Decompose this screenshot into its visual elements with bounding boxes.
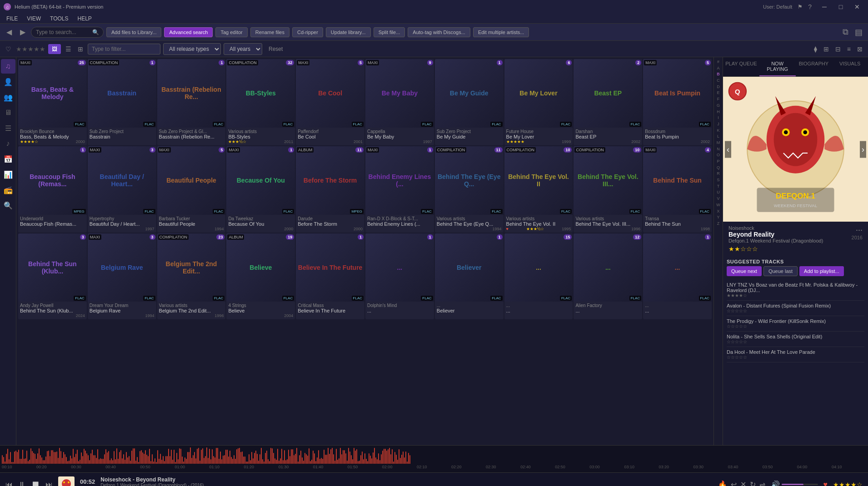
album-item[interactable]: BB-Styles COMPILATION 32 FLAC Various ar… bbox=[226, 59, 295, 145]
album-item[interactable]: Believe In The Future 1 FLAC Critical Ma… bbox=[296, 233, 364, 320]
alpha-letter-s[interactable]: S bbox=[717, 177, 719, 183]
minimize-button[interactable]: ─ bbox=[817, 2, 832, 11]
alpha-letter-a[interactable]: A bbox=[717, 65, 719, 72]
alpha-letter-l[interactable]: L bbox=[717, 134, 719, 140]
queue-next-button[interactable]: Queue next bbox=[727, 266, 762, 276]
details-view-icon[interactable]: ⊠ bbox=[855, 44, 864, 55]
alpha-letter-v[interactable]: V bbox=[717, 196, 719, 202]
year-filter[interactable]: All years bbox=[224, 43, 262, 55]
sidebar-icon-radio[interactable]: 📻 bbox=[1, 183, 15, 197]
shuffle-button[interactable]: ⇌ bbox=[759, 480, 765, 486]
add-to-playlist-button[interactable]: Add to playlist... bbox=[799, 266, 844, 276]
help-icon[interactable]: ? bbox=[808, 3, 812, 10]
album-item[interactable]: Because Of You MAXI 1 FLAC Da Tweekaz Be… bbox=[226, 146, 295, 233]
fire-icon[interactable]: 🔥 bbox=[718, 480, 727, 486]
alpha-letter-z[interactable]: Z bbox=[717, 221, 720, 227]
reset-filter-button[interactable]: Reset bbox=[265, 44, 286, 54]
album-art-next-button[interactable]: › bbox=[860, 141, 866, 158]
album-item[interactable]: Behind The Sun (Klub... 3 FLAC Andy Jay … bbox=[18, 233, 87, 320]
grid-view-icon[interactable]: ⊞ bbox=[822, 44, 831, 55]
sidebar-icon-group[interactable]: 👥 bbox=[1, 90, 15, 104]
alpha-letter-#[interactable]: # bbox=[717, 59, 719, 65]
album-item[interactable]: Beat Is Pumpin MAXI 5 FLAC Bossdrum Beat… bbox=[643, 59, 712, 145]
album-item[interactable]: Behind Enemy Lines (... MAXI 1 FLAC Ran-… bbox=[365, 146, 434, 233]
sidebar-icon-person[interactable]: 👤 bbox=[1, 74, 15, 89]
image-view-button[interactable]: 🖼 bbox=[48, 44, 61, 54]
layout-button[interactable]: ▤ bbox=[853, 25, 864, 39]
stop-button[interactable]: ⏸ bbox=[18, 481, 25, 486]
alpha-letter-h[interactable]: H bbox=[717, 109, 720, 115]
alpha-letter-x[interactable]: X bbox=[717, 208, 719, 215]
alpha-letter-d[interactable]: D bbox=[717, 84, 720, 90]
alpha-letter-y[interactable]: Y bbox=[717, 214, 719, 221]
suggested-track-item[interactable]: Avalon - Distant Futures (Spinal Fusion … bbox=[727, 301, 864, 316]
alpha-letter-g[interactable]: G bbox=[717, 103, 720, 109]
cd-ripper-button[interactable]: Cd-ripper bbox=[292, 27, 323, 37]
alpha-letter-i[interactable]: I bbox=[718, 115, 719, 121]
update-library-button[interactable]: Update library... bbox=[326, 27, 371, 37]
rename-files-button[interactable]: Rename files bbox=[250, 27, 289, 37]
album-art-prev-button[interactable]: ‹ bbox=[725, 141, 731, 158]
forward-button[interactable]: ▶ bbox=[17, 26, 28, 38]
album-item[interactable]: ... 12 FLAC Alien Factory ... bbox=[574, 233, 642, 320]
tab-visuals[interactable]: VISUALS bbox=[832, 57, 868, 76]
queue-last-button[interactable]: Queue last bbox=[763, 266, 798, 276]
album-item[interactable]: Belgium The 2nd Edit... COMPILATION 23 F… bbox=[157, 233, 226, 320]
sidebar-icon-search[interactable]: 🔍 bbox=[1, 198, 15, 213]
edit-artists-button[interactable]: Edit multiple artists... bbox=[473, 27, 529, 37]
star-filter[interactable]: ★★★★★ bbox=[16, 45, 45, 53]
album-item[interactable]: ... 15 FLAC ... ... bbox=[504, 233, 573, 320]
restore-button[interactable]: □ bbox=[833, 2, 848, 11]
alpha-letter-c[interactable]: C bbox=[717, 78, 720, 84]
sidebar-icon-note[interactable]: ♪ bbox=[1, 136, 15, 151]
alpha-letter-b[interactable]: B bbox=[717, 71, 720, 78]
album-item[interactable]: Believer 1 FLAC ... Believer bbox=[435, 233, 504, 320]
play-pause-button[interactable]: ⏹ bbox=[31, 479, 40, 486]
album-item[interactable]: Behind The Eye (Eye Q... COMPILATION 11 … bbox=[435, 146, 504, 233]
track-rating[interactable]: ★★☆☆☆ bbox=[728, 245, 758, 253]
alpha-letter-m[interactable]: M bbox=[717, 140, 720, 146]
suggested-track-item[interactable]: The Prodigy - Wild Frontier (KillSonik R… bbox=[727, 316, 864, 332]
suggested-track-item[interactable]: LNY TNZ Vs Boaz van de Beatz Ft Mr. Pols… bbox=[727, 280, 864, 301]
tag-editor-button[interactable]: Tag editor bbox=[215, 27, 247, 37]
album-item[interactable]: Be My Guide 1 FLAC Sub Zero Project Be M… bbox=[435, 59, 504, 145]
album-item[interactable]: Be My Baby MAXI 9 FLAC Cappella Be My Ba… bbox=[365, 59, 434, 145]
search-box[interactable]: 🔍 bbox=[31, 27, 104, 38]
back-button[interactable]: ◀ bbox=[4, 26, 15, 38]
album-item[interactable]: Basstrain (Rebelion Re... 1 FLAC Sub Zer… bbox=[157, 59, 226, 145]
album-item[interactable]: Be Cool MAXI 5 FLAC Paffendorf Be Cool 2… bbox=[296, 59, 364, 145]
alpha-letter-o[interactable]: O bbox=[717, 152, 720, 159]
stop-alt-button[interactable]: ✕ bbox=[740, 480, 746, 486]
auto-tag-button[interactable]: Auto-tag with Discogs... bbox=[408, 27, 470, 37]
sidebar-icon-chart[interactable]: 📊 bbox=[1, 167, 15, 182]
volume-slider[interactable] bbox=[782, 484, 818, 485]
next-button[interactable]: ⏭ bbox=[45, 481, 53, 486]
album-item[interactable]: Behind The Eye Vol. III... COMPILATION 1… bbox=[574, 146, 642, 233]
loop-button[interactable]: ↻ bbox=[750, 480, 756, 486]
album-item[interactable]: Beaucoup Fish (Remas... 1 MPEG Underworl… bbox=[18, 146, 87, 233]
alpha-letter-t[interactable]: T bbox=[717, 183, 720, 190]
alpha-letter-q[interactable]: Q bbox=[717, 165, 720, 171]
detail-view-button[interactable]: ⊞ bbox=[76, 44, 85, 55]
close-button[interactable]: ✕ bbox=[850, 2, 864, 11]
heart-filter-button[interactable]: ♡ bbox=[4, 44, 13, 55]
waveform-area[interactable]: 00:1000:2000:3000:4000:5001:0001:1001:20… bbox=[0, 445, 868, 472]
advanced-search-button[interactable]: Advanced search bbox=[164, 27, 213, 37]
list-view-button[interactable]: ☰ bbox=[64, 44, 73, 55]
prev-button[interactable]: ⏮ bbox=[5, 481, 13, 486]
album-item[interactable]: Beast EP 2 FLAC Darshan Beast EP 2002 bbox=[574, 59, 642, 145]
menu-help[interactable]: HELP bbox=[73, 15, 96, 23]
suggested-track-item[interactable]: Nolita - She Sells Sea Shells (Original … bbox=[727, 332, 864, 347]
sidebar-icon-monitor[interactable]: 🖥 bbox=[1, 105, 15, 120]
alpha-letter-u[interactable]: U bbox=[717, 189, 720, 196]
album-item[interactable]: Bass, Beats & Melody MAXI 25 FLAC Brookl… bbox=[18, 59, 87, 145]
album-item[interactable]: Basstrain COMPILATION 1 FLAC Sub Zero Pr… bbox=[88, 59, 156, 145]
alpha-letter-k[interactable]: K bbox=[717, 128, 719, 134]
waveform-canvas[interactable] bbox=[0, 446, 868, 464]
track-more-button[interactable]: ··· bbox=[856, 225, 863, 235]
volume-icon[interactable]: 🔊 bbox=[771, 480, 780, 486]
columns-view-icon[interactable]: ⊟ bbox=[833, 44, 843, 55]
album-item[interactable]: Believe ALBUM 19 FLAC 4 Strings Believe … bbox=[226, 233, 295, 320]
sidebar-icon-list[interactable]: ☰ bbox=[1, 121, 15, 135]
album-item[interactable]: ... 1 FLAC Dolphin's Mind ... bbox=[365, 233, 434, 320]
